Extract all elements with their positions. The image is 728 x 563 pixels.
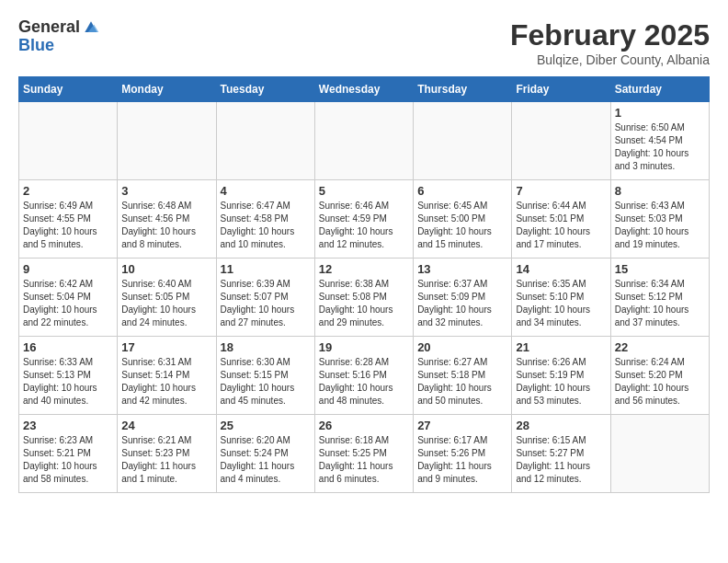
day-number: 28 — [516, 419, 606, 432]
header-tuesday: Tuesday — [216, 77, 314, 102]
table-row: 3Sunrise: 6:48 AM Sunset: 4:56 PM Daylig… — [118, 180, 216, 259]
day-number: 19 — [319, 340, 409, 354]
table-row: 11Sunrise: 6:39 AM Sunset: 5:07 PM Dayli… — [216, 259, 314, 337]
day-info: Sunrise: 6:35 AM Sunset: 5:10 PM Dayligh… — [516, 278, 606, 329]
day-number: 11 — [221, 262, 311, 276]
table-row — [216, 102, 314, 180]
day-number: 3 — [121, 184, 211, 198]
day-number: 6 — [417, 184, 507, 198]
header-saturday: Saturday — [610, 77, 709, 102]
logo-blue-text: Blue — [18, 37, 100, 55]
table-row: 16Sunrise: 6:33 AM Sunset: 5:13 PM Dayli… — [19, 337, 118, 415]
day-info: Sunrise: 6:39 AM Sunset: 5:07 PM Dayligh… — [221, 278, 311, 329]
logo-general-text: General — [18, 18, 80, 37]
day-info: Sunrise: 6:18 AM Sunset: 5:25 PM Dayligh… — [319, 434, 409, 486]
table-row: 20Sunrise: 6:27 AM Sunset: 5:18 PM Dayli… — [414, 337, 512, 415]
day-number: 12 — [319, 262, 409, 276]
table-row: 21Sunrise: 6:26 AM Sunset: 5:19 PM Dayli… — [512, 337, 610, 415]
calendar-week-row: 9Sunrise: 6:42 AM Sunset: 5:04 PM Daylig… — [19, 259, 710, 337]
day-number: 8 — [615, 184, 705, 198]
day-number: 15 — [615, 262, 705, 276]
day-number: 7 — [516, 184, 606, 198]
calendar-week-row: 23Sunrise: 6:23 AM Sunset: 5:21 PM Dayli… — [19, 415, 710, 493]
table-row: 27Sunrise: 6:17 AM Sunset: 5:26 PM Dayli… — [414, 415, 512, 493]
day-info: Sunrise: 6:34 AM Sunset: 5:12 PM Dayligh… — [615, 278, 705, 329]
table-row: 26Sunrise: 6:18 AM Sunset: 5:25 PM Dayli… — [314, 415, 413, 493]
table-row: 14Sunrise: 6:35 AM Sunset: 5:10 PM Dayli… — [512, 259, 610, 337]
table-row — [512, 102, 610, 180]
table-row: 5Sunrise: 6:46 AM Sunset: 4:59 PM Daylig… — [314, 180, 413, 259]
table-row: 18Sunrise: 6:30 AM Sunset: 5:15 PM Dayli… — [216, 337, 314, 415]
calendar-header-row: Sunday Monday Tuesday Wednesday Thursday… — [19, 77, 710, 102]
table-row — [118, 102, 216, 180]
header-thursday: Thursday — [414, 77, 512, 102]
day-number: 17 — [121, 340, 211, 354]
day-info: Sunrise: 6:28 AM Sunset: 5:16 PM Dayligh… — [319, 356, 409, 408]
day-info: Sunrise: 6:30 AM Sunset: 5:15 PM Dayligh… — [221, 356, 311, 408]
day-number: 2 — [23, 184, 113, 198]
day-info: Sunrise: 6:50 AM Sunset: 4:54 PM Dayligh… — [615, 121, 705, 173]
table-row: 6Sunrise: 6:45 AM Sunset: 5:00 PM Daylig… — [414, 180, 512, 259]
table-row — [314, 102, 413, 180]
day-info: Sunrise: 6:20 AM Sunset: 5:24 PM Dayligh… — [221, 434, 311, 486]
day-info: Sunrise: 6:37 AM Sunset: 5:09 PM Dayligh… — [417, 278, 507, 329]
table-row: 25Sunrise: 6:20 AM Sunset: 5:24 PM Dayli… — [216, 415, 314, 493]
table-row: 7Sunrise: 6:44 AM Sunset: 5:01 PM Daylig… — [512, 180, 610, 259]
day-number: 20 — [417, 340, 507, 354]
title-area: February 2025 Bulqize, Diber County, Alb… — [510, 18, 710, 67]
day-number: 26 — [319, 419, 409, 432]
table-row: 9Sunrise: 6:42 AM Sunset: 5:04 PM Daylig… — [19, 259, 118, 337]
day-info: Sunrise: 6:45 AM Sunset: 5:00 PM Dayligh… — [417, 200, 507, 251]
header-sunday: Sunday — [19, 77, 118, 102]
table-row: 13Sunrise: 6:37 AM Sunset: 5:09 PM Dayli… — [414, 259, 512, 337]
day-info: Sunrise: 6:43 AM Sunset: 5:03 PM Dayligh… — [615, 200, 705, 251]
table-row: 17Sunrise: 6:31 AM Sunset: 5:14 PM Dayli… — [118, 337, 216, 415]
day-number: 10 — [121, 262, 211, 276]
table-row — [414, 102, 512, 180]
day-info: Sunrise: 6:48 AM Sunset: 4:56 PM Dayligh… — [121, 200, 211, 251]
location-subtitle: Bulqize, Diber County, Albania — [510, 52, 710, 67]
table-row: 1Sunrise: 6:50 AM Sunset: 4:54 PM Daylig… — [610, 102, 709, 180]
day-number: 5 — [319, 184, 409, 198]
table-row: 15Sunrise: 6:34 AM Sunset: 5:12 PM Dayli… — [610, 259, 709, 337]
day-info: Sunrise: 6:47 AM Sunset: 4:58 PM Dayligh… — [221, 200, 311, 251]
day-number: 21 — [516, 340, 606, 354]
calendar-week-row: 16Sunrise: 6:33 AM Sunset: 5:13 PM Dayli… — [19, 337, 710, 415]
calendar-table: Sunday Monday Tuesday Wednesday Thursday… — [18, 76, 710, 493]
table-row — [610, 415, 709, 493]
day-info: Sunrise: 6:23 AM Sunset: 5:21 PM Dayligh… — [23, 434, 113, 486]
day-number: 18 — [221, 340, 311, 354]
day-info: Sunrise: 6:40 AM Sunset: 5:05 PM Dayligh… — [121, 278, 211, 329]
day-number: 13 — [417, 262, 507, 276]
table-row: 4Sunrise: 6:47 AM Sunset: 4:58 PM Daylig… — [216, 180, 314, 259]
table-row: 10Sunrise: 6:40 AM Sunset: 5:05 PM Dayli… — [118, 259, 216, 337]
header-wednesday: Wednesday — [314, 77, 413, 102]
day-number: 16 — [23, 340, 113, 354]
table-row: 23Sunrise: 6:23 AM Sunset: 5:21 PM Dayli… — [19, 415, 118, 493]
day-info: Sunrise: 6:44 AM Sunset: 5:01 PM Dayligh… — [516, 200, 606, 251]
day-number: 14 — [516, 262, 606, 276]
day-number: 25 — [221, 419, 311, 432]
calendar-week-row: 2Sunrise: 6:49 AM Sunset: 4:55 PM Daylig… — [19, 180, 710, 259]
day-info: Sunrise: 6:24 AM Sunset: 5:20 PM Dayligh… — [615, 356, 705, 408]
header-friday: Friday — [512, 77, 610, 102]
day-number: 23 — [23, 419, 113, 432]
day-info: Sunrise: 6:31 AM Sunset: 5:14 PM Dayligh… — [121, 356, 211, 408]
table-row: 2Sunrise: 6:49 AM Sunset: 4:55 PM Daylig… — [19, 180, 118, 259]
day-number: 1 — [615, 106, 705, 120]
day-number: 9 — [23, 262, 113, 276]
day-info: Sunrise: 6:21 AM Sunset: 5:23 PM Dayligh… — [121, 434, 211, 486]
day-info: Sunrise: 6:27 AM Sunset: 5:18 PM Dayligh… — [417, 356, 507, 408]
table-row: 8Sunrise: 6:43 AM Sunset: 5:03 PM Daylig… — [610, 180, 709, 259]
table-row: 28Sunrise: 6:15 AM Sunset: 5:27 PM Dayli… — [512, 415, 610, 493]
day-number: 4 — [221, 184, 311, 198]
table-row: 12Sunrise: 6:38 AM Sunset: 5:08 PM Dayli… — [314, 259, 413, 337]
table-row — [19, 102, 118, 180]
table-row: 19Sunrise: 6:28 AM Sunset: 5:16 PM Dayli… — [314, 337, 413, 415]
logo-icon — [82, 18, 100, 37]
calendar-week-row: 1Sunrise: 6:50 AM Sunset: 4:54 PM Daylig… — [19, 102, 710, 180]
day-number: 22 — [615, 340, 705, 354]
day-info: Sunrise: 6:42 AM Sunset: 5:04 PM Dayligh… — [23, 278, 113, 329]
day-info: Sunrise: 6:46 AM Sunset: 4:59 PM Dayligh… — [319, 200, 409, 251]
day-info: Sunrise: 6:26 AM Sunset: 5:19 PM Dayligh… — [516, 356, 606, 408]
